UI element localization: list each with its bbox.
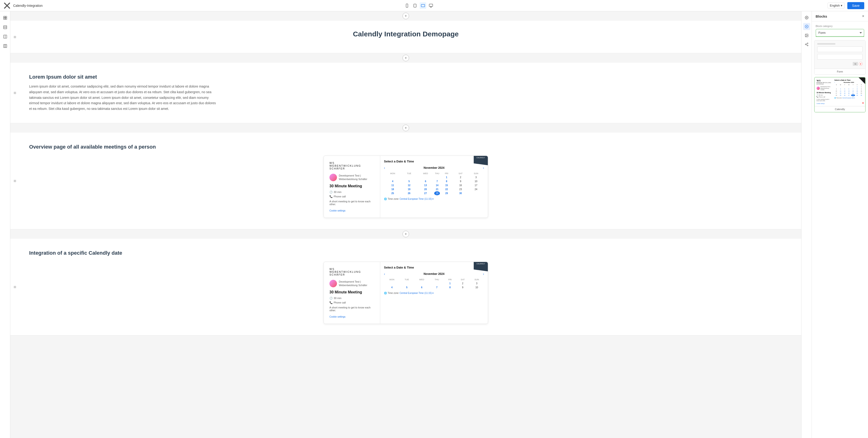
cal-header-specific: Select a Date & Time xyxy=(384,266,484,269)
add-section-3: + xyxy=(10,229,801,239)
canvas-area: + ⊞ Calendly Integration Demopage + ⊞ Lo… xyxy=(10,11,801,438)
section-hero: ⊞ Calendly Integration Demopage xyxy=(10,21,801,53)
form-block-image: St ♥ xyxy=(814,40,865,69)
form-block-label: Form xyxy=(814,69,865,74)
rp-icon-share[interactable] xyxy=(803,41,810,48)
cookie-link-specific[interactable]: Cookie settings xyxy=(330,315,374,318)
close-panel-button[interactable]: × xyxy=(862,14,864,18)
add-section-top: + xyxy=(10,11,801,21)
org-info-specific: Development Test | Webentwicklung Schäfe… xyxy=(330,280,374,287)
device-tablet-small[interactable] xyxy=(412,2,418,9)
meeting-duration-overview: 🕐 30 min xyxy=(330,191,374,194)
sidebar-tool-blocks[interactable] xyxy=(1,14,9,22)
section-row-controls-hero: ⊞ xyxy=(12,34,18,39)
calendly-logo-specific: WS WEBENTWICKLUNG SCHÄFER xyxy=(330,268,374,276)
sidebar-tool-layout2[interactable] xyxy=(1,33,9,40)
main-layout: + ⊞ Calendly Integration Demopage + ⊞ Lo… xyxy=(0,11,868,438)
device-tablet[interactable] xyxy=(420,2,426,9)
cbp-heart-icon[interactable]: ♥ xyxy=(862,101,864,105)
add-section-button-3[interactable]: + xyxy=(403,231,409,237)
svg-rect-8 xyxy=(429,4,433,7)
svg-point-22 xyxy=(806,17,807,18)
sidebar-tool-layout1[interactable] xyxy=(1,24,9,31)
calendly-right-specific: Select a Date & Time ‹ November 2024 › M… xyxy=(380,262,488,324)
form-block-preview[interactable]: St ♥ Form xyxy=(814,40,866,75)
svg-point-29 xyxy=(805,44,806,45)
cal-header-overview: Select a Date & Time xyxy=(384,160,484,163)
right-panel: Blocks × Block category Form Text Media … xyxy=(812,11,868,438)
language-selector[interactable]: English ▾ xyxy=(828,3,844,8)
org-text-specific: Development Test | Webentwicklung Schäfe… xyxy=(339,280,374,287)
section-row-controls-specific: ⊞ xyxy=(12,284,18,290)
hero-heading: Calendly Integration Demopage xyxy=(29,30,782,38)
svg-point-30 xyxy=(807,45,808,46)
rp-icon-blocks[interactable] xyxy=(803,23,810,30)
save-button[interactable]: Save xyxy=(847,2,864,9)
calendly-logo-text-overview: WS xyxy=(330,162,374,164)
timezone-label-specific: Time zone xyxy=(388,292,399,294)
section-overview: ⊞ Overview page of all available meeting… xyxy=(10,133,801,229)
section-specific: ⊞ Integration of a specific Calendly dat… xyxy=(10,239,801,335)
ribbon-text-specific: CALENDLY xyxy=(476,263,485,265)
add-section-1: + xyxy=(10,53,801,63)
cookie-link-overview[interactable]: Cookie settings xyxy=(330,209,374,212)
phone-icon-specific: 📞 xyxy=(330,301,333,304)
calendly-logo-sub-overview: WEBENTWICKLUNG SCHÄFER xyxy=(330,164,374,170)
rp-icon-media[interactable] xyxy=(803,32,810,39)
cal-prev-overview[interactable]: ‹ xyxy=(384,166,385,170)
calendly-block-label: Calendly xyxy=(815,106,865,112)
cal-nav-overview: ‹ November 2024 › xyxy=(384,166,484,170)
cal-month-specific: November 2024 xyxy=(424,272,444,276)
svg-point-28 xyxy=(807,43,808,44)
add-section-button-2[interactable]: + xyxy=(403,125,409,131)
intro-body: Lorem ipsum dolor sit amet, consetetur s… xyxy=(29,84,217,112)
cbp-left: WS WEBENTWICKLUNG SCHÄFER Development Te… xyxy=(816,79,833,104)
layout-icon-specific[interactable]: ⊞ xyxy=(12,284,18,290)
section-row-controls-intro: ⊞ xyxy=(12,90,18,95)
layout-icon-hero[interactable]: ⊞ xyxy=(12,34,18,39)
cal-prev-specific[interactable]: ‹ xyxy=(384,272,385,276)
meeting-desc-overview: A short meeting to get to know each othe… xyxy=(330,200,374,206)
org-avatar-specific xyxy=(330,280,337,287)
section-intro: ⊞ Lorem Ipsum dolor sit amet Lorem ipsum… xyxy=(10,63,801,123)
svg-rect-10 xyxy=(3,16,5,18)
sidebar-tool-layout3[interactable] xyxy=(1,42,9,50)
meeting-desc-specific: A short meeting to get to know each othe… xyxy=(330,306,374,312)
section-row-controls-overview: ⊞ xyxy=(12,178,18,183)
timezone-value-overview: Central European Time (11:15) ▾ xyxy=(399,198,434,200)
globe-icon-overview: 🌐 xyxy=(384,198,387,200)
cal-grid-overview: MONTUEWED THUFRISATSUN 1 23 45 xyxy=(384,172,484,195)
block-category-label: Block category xyxy=(815,25,864,28)
svg-rect-4 xyxy=(414,4,416,7)
device-selector xyxy=(404,2,434,9)
svg-rect-12 xyxy=(3,18,5,20)
svg-line-32 xyxy=(806,43,807,44)
add-section-2: + xyxy=(10,123,801,133)
add-section-button-1[interactable]: + xyxy=(403,55,409,61)
timezone-row-specific: 🌐 Time zone Central European Time (11:15… xyxy=(384,292,484,294)
block-category-select[interactable]: Form Text Media Layout xyxy=(815,29,864,37)
clock-icon-overview: 🕐 xyxy=(330,191,333,194)
topbar: Calendly-Integration English xyxy=(0,0,868,11)
cal-next-specific[interactable]: › xyxy=(483,272,484,276)
svg-rect-14 xyxy=(3,26,7,29)
rp-icon-settings[interactable] xyxy=(803,14,810,21)
cal-month-overview: November 2024 xyxy=(424,166,444,169)
specific-title: Integration of a specific Calendly date xyxy=(29,250,782,256)
layout-icon-intro[interactable]: ⊞ xyxy=(12,90,18,95)
cbp-avatar xyxy=(816,87,820,90)
block-category-section: Block category Form Text Media Layout xyxy=(812,21,868,40)
panel-title: Blocks xyxy=(815,14,827,18)
device-mobile[interactable] xyxy=(404,2,410,9)
timezone-value-specific: Central European Time (11:15) ▾ xyxy=(399,292,434,294)
left-sidebar xyxy=(0,11,10,438)
calendly-block-preview[interactable]: WS WEBENTWICKLUNG SCHÄFER Development Te… xyxy=(814,77,866,112)
layout-icon-overview[interactable]: ⊞ xyxy=(12,178,18,183)
add-section-button-top[interactable]: + xyxy=(403,13,409,19)
svg-line-31 xyxy=(806,44,807,45)
cal-next-overview[interactable]: › xyxy=(483,166,484,170)
device-desktop[interactable] xyxy=(428,2,434,9)
meeting-phone-specific: 📞 Phone call xyxy=(330,301,374,304)
org-info-overview: Development Test | Webentwicklung Schäfe… xyxy=(330,174,374,181)
close-button[interactable] xyxy=(4,2,10,9)
